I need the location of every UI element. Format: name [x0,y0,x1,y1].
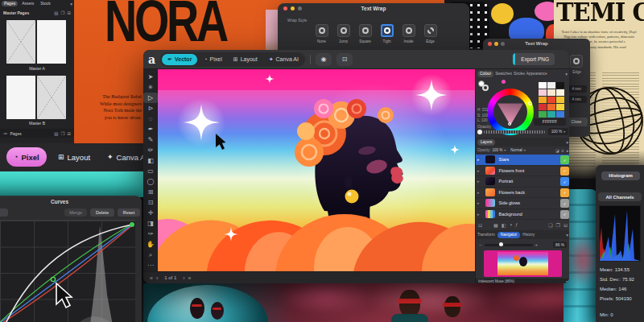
wrap-style-inside[interactable] [402,24,415,37]
pencil-tool[interactable]: ✎ [143,134,158,145]
profile-button[interactable]: ◉ [316,53,332,66]
tab-swatches[interactable]: Swatches [495,72,512,76]
delete-layer-icon[interactable]: ⊟ [564,222,568,228]
swatch[interactable] [547,111,555,118]
swatch[interactable] [556,104,564,110]
tab-stroke[interactable]: Stroke [514,72,525,76]
chevron-down-icon[interactable]: ▾ [504,148,506,152]
disclosure-icon[interactable]: ▸ [477,212,480,217]
layer-visibility-tag[interactable]: ✓ [560,199,569,208]
layer-row-background[interactable]: ▸ Background ✓ [476,209,569,221]
layer-visibility-tag[interactable]: ✓ [560,177,569,186]
histogram-title-chip[interactable]: Histogram [601,171,640,180]
disclosure-icon[interactable]: ▸ [477,157,480,162]
chevron-down-icon[interactable]: ▾ [524,148,526,152]
persona-pixel[interactable]: ◔ Pixel [199,54,226,65]
master-pages-header[interactable]: Master Pages ▤ ❐ ⊟ [0,9,74,16]
tab-navigator[interactable]: Navigator [497,232,521,238]
ellipse-tool[interactable]: ◯ [143,176,158,187]
chevron-down-icon[interactable]: ▾ [566,233,568,237]
adjustment-layer-icon[interactable]: ◑ [509,222,512,227]
layer-row-flowers-front[interactable]: ▸ Flowers front ✓ [476,166,569,177]
last-page-icon[interactable]: » [188,275,192,281]
tab-stock[interactable]: Stock [38,1,53,6]
triangle-marker[interactable] [508,122,511,126]
opacity-value-dropdown[interactable]: 100 % ▾ [548,128,568,135]
persona-layout[interactable]: ⊞ Layout [58,147,90,167]
tab-colour[interactable]: Colour [477,71,493,77]
duplicate-icon[interactable]: ❐ [60,10,64,15]
zoom-slider-knob[interactable] [499,242,503,246]
swatch[interactable] [556,82,564,89]
contour-tool[interactable]: ⊳ [143,103,158,114]
affinity-logo[interactable]: a [148,50,155,69]
layer-visibility-tag[interactable]: ✓ [560,167,569,175]
rectangle-tool[interactable]: ▭ [143,166,158,176]
tab-transform[interactable]: Transform [477,233,495,237]
disclosure-icon[interactable]: ▸ [477,179,480,184]
layer-effects-icon[interactable]: ƒ [515,222,518,227]
swatch[interactable] [539,104,547,110]
chevron-down-icon[interactable]: ▾ [566,140,568,145]
first-page-icon[interactable]: « [150,275,153,281]
wrap-style-edge[interactable] [424,24,437,37]
trash-icon[interactable]: ⊟ [67,10,71,15]
chevron-down-icon[interactable]: ▾ [70,2,72,6]
export-png-button[interactable]: Export PNG [513,53,555,65]
layer-row-side-glows[interactable]: ▸ Side glows ✓ [476,198,569,209]
frame-button[interactable]: ⊡ [336,53,353,66]
persona-pixel-active[interactable]: ◔ Pixel [6,147,47,167]
pen-tool[interactable]: ✒ [143,124,158,134]
persona-canva-ai[interactable]: ✦ Canva AI [264,54,303,65]
swatch[interactable] [556,111,564,118]
mask-half-icon[interactable]: ◪ [555,148,559,153]
layer-row-flowers-back[interactable]: ▸ Flowers back ✓ [476,188,569,199]
master-b-left-page[interactable] [6,76,35,119]
persona-canva-ai[interactable]: ✦ Canva AI [107,147,143,167]
gradient-tool[interactable]: ◨ [143,218,158,229]
swatch[interactable] [539,89,547,96]
swatch[interactable] [547,104,555,110]
wrap-style-square[interactable] [359,24,372,37]
hue-marker[interactable] [528,101,532,105]
reset-button[interactable]: Reset [118,208,140,217]
disclosure-icon[interactable]: ▸ [477,200,480,205]
disclosure-icon[interactable]: ▸ [477,168,480,173]
layer-visibility-tag[interactable]: ✓ [560,155,569,164]
disclosure-icon[interactable]: ▸ [477,190,480,195]
master-a-left-page[interactable] [6,20,35,64]
layer-opacity-value[interactable]: 100 % [493,148,503,152]
tab-history[interactable]: History [522,233,535,237]
frame-tool[interactable]: ⊡ [143,197,158,208]
vector-brush-tool[interactable]: ✏ [143,145,158,155]
swatch[interactable] [547,97,555,103]
more-tools-button[interactable]: ⋯ [143,260,158,270]
swatch[interactable] [539,82,547,89]
node-tool[interactable]: ▷ [143,93,158,103]
eyedropper-tool[interactable]: ✑ [143,229,158,239]
artboard-tool[interactable]: ✳ [143,82,158,93]
layers-title-chip[interactable]: Layers [477,139,495,146]
transform-tool[interactable]: ✛ [143,208,158,218]
visibility-icon[interactable]: ● [566,148,568,153]
wrap-style-jump[interactable] [337,24,350,37]
chevron-down-icon[interactable]: ▾ [565,72,568,76]
new-layer-icon[interactable]: ❐ [556,222,560,228]
wrap-style-none[interactable] [316,24,328,37]
duplicate-icon[interactable]: ❐ [60,131,64,136]
swatch[interactable] [547,89,555,96]
navigator-preview[interactable] [484,250,562,277]
layer-visibility-tag[interactable]: ✓ [560,210,569,219]
swatch[interactable] [547,82,555,89]
swatch[interactable] [539,111,547,118]
add-page-icon[interactable]: ▤ [54,10,58,15]
prev-page-icon[interactable]: ‹ [156,275,158,281]
curve-node-handle[interactable] [51,277,55,281]
lock-icon[interactable]: ⊘ [561,148,564,153]
move-tool[interactable]: ➤ [143,72,158,82]
crop-tool[interactable]: ⊞ [143,187,158,197]
curves-graph[interactable] [0,220,135,322]
layer-row-portrait[interactable]: ▸ Portrait ✓ [476,176,569,188]
corner-tool[interactable]: ◌ [143,114,158,124]
mask-layer-icon[interactable]: ◧ [502,222,506,228]
